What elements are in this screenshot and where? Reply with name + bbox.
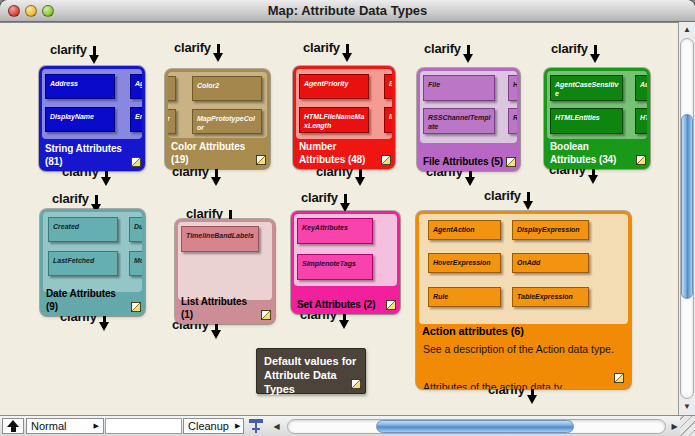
map-tool-button[interactable] — [247, 418, 267, 435]
attribute-note[interactable]: Rule — [428, 287, 501, 307]
horizontal-scroll-thumb[interactable] — [376, 420, 574, 433]
note-flag-icon — [636, 155, 646, 165]
attribute-note[interactable]: Aut — [635, 75, 647, 101]
mapbox-action-attributes[interactable]: AgentAction DisplayExpression HoverExpre… — [416, 211, 631, 389]
mapbox-file-attributes[interactable]: File HTMe RSSChannelTemplate RSS File At… — [417, 68, 520, 171]
mapbox-title: File Attributes (5) — [423, 155, 505, 168]
attribute-note[interactable]: AgentAction — [428, 220, 501, 240]
attribute-note[interactable]: MapPrototypeColor — [192, 109, 262, 134]
attribute-note[interactable]: Bor — [384, 74, 392, 99]
clarify-label: clarify — [301, 191, 338, 204]
mapbox-children-area: Address Age DisplayName Ema — [42, 69, 142, 139]
down-arrow-icon — [101, 168, 111, 189]
down-arrow-icon — [211, 321, 221, 342]
mapbox-boolean-attributes[interactable]: AgentCaseSensitive Aut HTMLEntities HTM … — [544, 68, 650, 169]
note-default-values[interactable]: Default values for Attribute Data Types — [256, 348, 366, 394]
note-flag-icon — [506, 157, 516, 167]
mapbox-set-attributes[interactable]: KeyAttributes SimplenoteTags Set Attribu… — [291, 211, 400, 314]
mapbox-title: Number Attributes (48) — [299, 140, 380, 166]
vertical-scroll-track[interactable] — [680, 38, 694, 399]
attribute-note[interactable]: TimelineBandLabels — [181, 226, 259, 252]
down-arrow-icon — [213, 44, 223, 65]
down-arrow-icon — [211, 168, 221, 189]
view-mode-label: Normal — [31, 419, 66, 433]
mapbox-list-attributes[interactable]: TimelineBandLabels List Attributes (1) — [175, 219, 275, 324]
clarify-label: clarify — [424, 42, 461, 55]
window-resize-grip[interactable] — [680, 416, 695, 436]
attribute-note[interactable]: LastFetched — [48, 251, 118, 276]
clarify-agent[interactable]: clarify — [50, 43, 99, 67]
down-arrow-icon — [463, 45, 473, 66]
clarify-agent[interactable]: clarify — [424, 42, 473, 66]
mapbox-children-area: AgentCaseSensitive Aut HTMLEntities HTM — [547, 71, 647, 139]
up-arrow-icon — [7, 420, 19, 432]
clarify-agent[interactable]: clarify — [551, 42, 600, 66]
mapbox-children-area: Color2 r MapPrototypeColor — [168, 72, 267, 138]
attribute-note[interactable]: File — [423, 75, 495, 101]
mapbox-title: String Attributes (81) — [45, 142, 130, 168]
cleanup-popup[interactable]: Cleanup ▶ — [183, 418, 244, 434]
mapbox-children-area: KeyAttributes SimplenoteTags — [294, 214, 397, 286]
note-flag-icon — [131, 302, 141, 312]
clarify-agent[interactable]: clarify — [484, 189, 533, 213]
clarify-label: clarify — [174, 41, 211, 54]
note-flag-icon — [256, 155, 266, 165]
attribute-note[interactable]: KeyAttributes — [297, 218, 373, 244]
up-navigation-button[interactable] — [2, 418, 24, 434]
attribute-note[interactable]: TableExpression — [512, 287, 589, 307]
attribute-note[interactable]: HTM — [635, 108, 647, 134]
attribute-note[interactable]: HoverExpression — [428, 253, 501, 273]
attribute-note[interactable]: Ema — [130, 107, 142, 132]
attribute-note[interactable]: AgentCaseSensitive — [550, 75, 623, 101]
down-arrow-icon — [339, 311, 349, 332]
attribute-note[interactable]: SimplenoteTags — [297, 254, 373, 280]
horizontal-scroll-track[interactable] — [287, 419, 666, 434]
attribute-note[interactable]: Due — [129, 217, 142, 242]
note-flag-icon — [351, 379, 361, 389]
attribute-note[interactable]: Created — [48, 217, 118, 242]
attribute-note[interactable]: Color2 — [192, 76, 262, 101]
attribute-note[interactable]: DisplayName — [45, 107, 115, 132]
attribute-note[interactable]: ID — [384, 107, 392, 133]
attribute-note[interactable]: HTMe — [508, 75, 517, 101]
attribute-note[interactable]: HTMLFileNameMaxLength — [299, 107, 369, 133]
attribute-note[interactable]: OnAdd — [512, 253, 589, 273]
mapbox-date-attributes[interactable]: Created Due LastFetched Mod Date Attribu… — [40, 209, 145, 316]
clarify-label: clarify — [50, 43, 87, 56]
scroll-up-icon[interactable]: ▲ — [679, 23, 695, 37]
mapbox-title: List Attributes (1) — [181, 295, 260, 321]
down-arrow-icon — [355, 168, 365, 189]
attribute-note[interactable]: HTMLEntities — [550, 108, 623, 134]
attribute-note[interactable]: AgentPriority — [299, 74, 369, 99]
scroll-down-icon[interactable]: ▼ — [679, 400, 695, 414]
mapbox-color-attributes[interactable]: Color2 r MapPrototypeColor Color Attribu… — [165, 69, 270, 169]
mapbox-children-area: Created Due LastFetched Mod — [43, 212, 142, 292]
mapbox-number-attributes[interactable]: AgentPriority Bor HTMLFileNameMaxLength … — [293, 66, 395, 169]
map-canvas[interactable]: clarify clarify clarify clarify clarify … — [0, 22, 678, 415]
view-mode-popup[interactable]: Normal ▶ — [26, 418, 104, 434]
attribute-note[interactable]: Mod — [129, 251, 142, 276]
down-arrow-icon — [527, 386, 537, 407]
clarify-agent[interactable]: clarify — [174, 41, 223, 65]
mapbox-children-area: AgentPriority Bor HTMLFileNameMaxLength … — [296, 69, 392, 139]
attribute-note[interactable]: Age — [130, 74, 142, 99]
mapbox-title: Date Attributes (9) — [46, 287, 130, 313]
clarify-agent[interactable]: clarify — [303, 41, 352, 65]
attribute-note[interactable]: Address — [45, 74, 115, 99]
mapbox-children-area: File HTMe RSSChannelTemplate RSS — [420, 71, 517, 143]
bottom-toolbar: Normal ▶ Cleanup ▶ ◀ ▶ — [0, 415, 695, 436]
scroll-left-icon[interactable]: ◀ — [269, 419, 284, 434]
title-bar[interactable]: Map: Attribute Data Types — [0, 0, 695, 22]
attribute-note[interactable]: r — [168, 109, 176, 134]
attribute-note[interactable] — [168, 76, 176, 101]
attribute-note[interactable]: RSS — [508, 108, 517, 134]
vertical-scrollbar[interactable]: ▲ ▼ — [678, 22, 695, 415]
attribute-note[interactable]: DisplayExpression — [512, 220, 589, 240]
mapbox-body-text: See a description of the Action data typ… — [423, 343, 619, 356]
popup-arrow-icon: ▶ — [88, 419, 99, 433]
attribute-note[interactable]: RSSChannelTemplate — [423, 108, 495, 134]
vertical-scroll-thumb[interactable] — [681, 114, 693, 299]
clarify-label: clarify — [303, 41, 340, 54]
mapbox-string-attributes[interactable]: Address Age DisplayName Ema String Attri… — [39, 66, 145, 171]
note-flag-icon — [614, 373, 624, 383]
